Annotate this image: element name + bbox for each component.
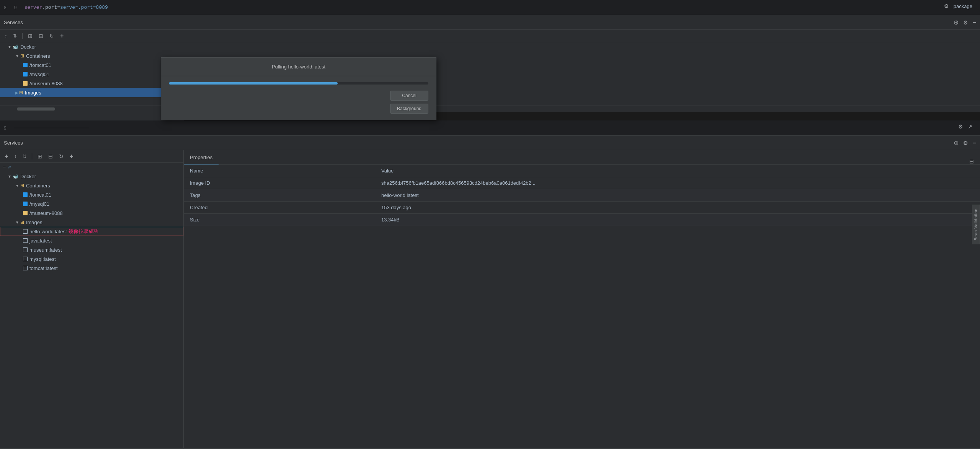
background-button[interactable]: Background	[390, 104, 428, 114]
tree-item-tomcat-top[interactable]: /tomcat01	[0, 60, 184, 70]
tree-item-containers-bottom[interactable]: ▼ ⊞ Containers	[0, 181, 183, 190]
dialog-buttons: Cancel Background	[161, 91, 436, 120]
collapse-bottom-icon[interactable]: ↕	[13, 153, 18, 160]
settings-icon[interactable]: ⚙	[963, 20, 968, 26]
services-header-bottom: Services ⊕ ⚙ −	[0, 136, 980, 150]
progress-bar-container	[169, 82, 428, 85]
chevron-images-bottom: ▼	[15, 220, 19, 224]
tree-item-images-bottom[interactable]: ▼ ⊞ Images	[0, 218, 183, 227]
row-value-1: hello-world:latest	[375, 189, 980, 202]
table-row: Image ID sha256:bf756fb1ae65adf866bd8c45…	[184, 177, 980, 189]
tree-item-docker[interactable]: ▼ 🐋 Docker	[0, 42, 184, 51]
images-icon-bottom: ⊞	[20, 220, 24, 225]
properties-content: Name Value Image ID sha256:bf756fb1ae65a…	[184, 165, 980, 226]
tree-item-java[interactable]: java:latest	[0, 236, 183, 245]
scroll-thumb-top[interactable]	[17, 107, 55, 111]
chevron-containers: ▼	[15, 54, 19, 58]
tree-item-tomcat-img[interactable]: tomcat:latest	[0, 264, 183, 273]
hello-world-label: hello-world:latest	[29, 229, 67, 234]
gear-icon-bottom[interactable]: ⚙	[958, 124, 963, 130]
plus-circle-icon-bottom[interactable]: ⊕	[954, 139, 959, 146]
tree-item-mysql-img[interactable]: mysql:latest	[0, 254, 183, 264]
mysql-label-top: /mysql01	[29, 72, 49, 77]
add-bottom-icon[interactable]: +	[68, 152, 75, 161]
tomcat-img-icon	[23, 266, 28, 270]
expand-bottom-icon[interactable]: ⇅	[21, 153, 28, 160]
hello-world-img-icon	[23, 229, 28, 234]
refresh-icon[interactable]: ↻	[48, 32, 56, 40]
java-img-icon	[23, 238, 28, 243]
docker-icon: 🐋	[13, 44, 18, 49]
row-value-0: sha256:bf756fb1ae65adf866bd8c456593cd24b…	[375, 177, 980, 189]
chevron-docker-bottom: ▼	[8, 174, 11, 179]
museum-img-label: museum:latest	[29, 247, 62, 253]
package-label: package	[954, 3, 972, 9]
line-numbers: 8	[4, 5, 7, 10]
minimize-icon[interactable]: −	[973, 19, 976, 26]
table-row: Created 153 days ago	[184, 202, 980, 214]
pulling-dialog: Pulling hello-world:latest Cancel Backgr…	[161, 57, 436, 120]
left-arrow-icon[interactable]: ↗	[7, 164, 11, 170]
images-icon: ⊞	[19, 90, 23, 95]
tree-item-mysql01-bottom[interactable]: /mysql01	[0, 199, 183, 208]
chevron-containers-bottom: ▼	[15, 184, 19, 188]
tab-right-icons: ⊟	[969, 158, 980, 164]
bottom-panel: 9 ───────────────────────── ⚙ ↗ Services…	[0, 120, 980, 449]
containers-icon: ⊞	[20, 53, 24, 59]
dialog-body	[161, 76, 436, 91]
tree-item-museum-bottom[interactable]: /museum-8088	[0, 208, 183, 218]
bottom-services-layout: + ↕ ⇅ ⊞ ⊟ ↻ + − ↗ ▼ 🐋 Docker	[0, 150, 980, 448]
cancel-button[interactable]: Cancel	[390, 91, 428, 101]
mysql-icon	[23, 72, 28, 76]
group-icon[interactable]: ⊞	[26, 32, 34, 40]
table-row: Size 13.34kB	[184, 214, 980, 226]
images-label-top: Images	[25, 90, 41, 96]
tree-item-containers-top[interactable]: ▼ ⊞ Containers	[0, 51, 184, 60]
tomcat-label-top: /tomcat01	[29, 62, 51, 68]
refresh-bottom-icon[interactable]: ↻	[57, 153, 65, 160]
tree-item-mysql-top[interactable]: /mysql01	[0, 70, 184, 79]
top-panel: 8 9 server.port=server.port=8089 ⚙ packa…	[0, 0, 980, 113]
separator-bottom-1	[32, 153, 32, 159]
services-header-top: Services ⊕ ⚙ −	[0, 15, 980, 30]
java-label: java:latest	[29, 238, 52, 244]
left-side-btns: − ↗	[0, 163, 183, 172]
bean-validation-tab[interactable]: Bean Validation	[972, 205, 980, 244]
plus-circle-icon[interactable]: ⊕	[954, 19, 959, 26]
filter-icon[interactable]: ⊟	[37, 32, 45, 40]
code-area-top: 8 9 server.port=server.port=8089 ⚙ packa…	[0, 0, 980, 15]
tree-item-docker-bottom[interactable]: ▼ 🐋 Docker	[0, 172, 183, 181]
mysql-img-icon	[23, 257, 28, 261]
tree-item-images-top[interactable]: ▶ ⊞ Images	[0, 88, 184, 97]
row-name-2: Created	[184, 202, 375, 214]
add-icon-top[interactable]: +	[59, 32, 65, 40]
properties-table: Name Value Image ID sha256:bf756fb1ae65a…	[184, 165, 980, 226]
expand-icon[interactable]: ⇅	[11, 33, 18, 39]
filter-bottom-icon[interactable]: ⊟	[47, 153, 54, 160]
col-name: Name	[184, 165, 375, 177]
bottom-right-icon[interactable]: ↗	[968, 124, 972, 130]
tree-item-tomcat-bottom[interactable]: /tomcat01	[0, 190, 183, 199]
progress-bar-fill	[169, 82, 338, 85]
tomcat-img-label: tomcat:latest	[29, 265, 58, 271]
minimize-icon-bottom[interactable]: −	[973, 140, 976, 146]
tree-item-museum-top[interactable]: /museum-8088	[0, 79, 184, 88]
tree-item-hello-world[interactable]: hello-world:latest 镜像拉取成功	[0, 227, 183, 236]
code-area-bottom: 9 ───────────────────────── ⚙ ↗	[0, 120, 980, 136]
row-name-0: Image ID	[184, 177, 375, 189]
containers-icon-bottom: ⊞	[20, 183, 24, 188]
add-service-icon[interactable]: +	[3, 152, 10, 161]
group-bottom-icon[interactable]: ⊞	[36, 153, 44, 160]
tomcat-label-bottom: /tomcat01	[29, 192, 51, 198]
left-minus-icon[interactable]: −	[2, 164, 6, 171]
col-value: Value	[375, 165, 980, 177]
gear-icon[interactable]: ⚙	[944, 3, 949, 9]
success-message: 镜像拉取成功	[69, 226, 98, 236]
tree-item-museum-img[interactable]: museum:latest	[0, 245, 183, 254]
table-icon[interactable]: ⊟	[969, 158, 974, 164]
tab-properties[interactable]: Properties	[184, 151, 219, 164]
settings-icon-bottom[interactable]: ⚙	[963, 140, 968, 146]
collapse-icon[interactable]: ↕	[3, 33, 8, 39]
mysql01-icon-bottom	[23, 202, 28, 206]
separator-1	[22, 33, 23, 39]
